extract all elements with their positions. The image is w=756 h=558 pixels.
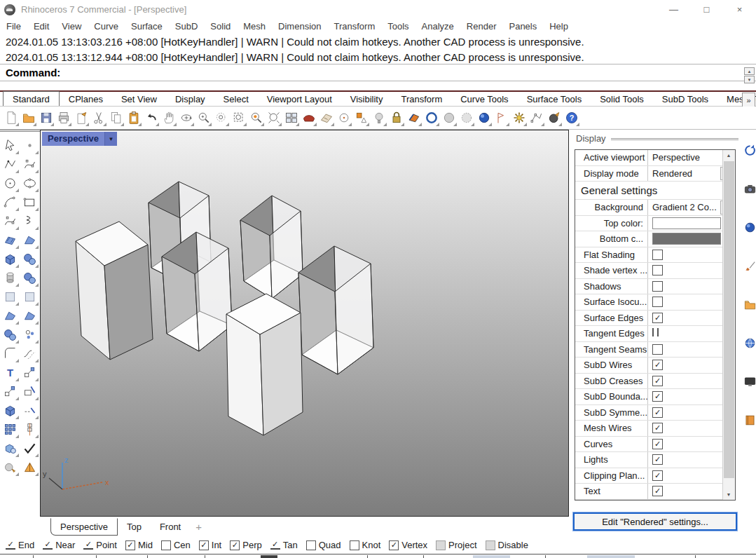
sidebar-tool-linear-array-icon[interactable] (21, 421, 39, 438)
viewport-title[interactable]: Perspective (42, 132, 104, 146)
sidebar-tool-circle-icon[interactable] (1, 175, 19, 192)
menu-help[interactable]: Help (543, 20, 575, 33)
sidebar-tool-solid-union-icon[interactable] (21, 269, 39, 287)
sidebar-tool-select-cursor-icon[interactable] (1, 137, 19, 154)
flag-tool-icon[interactable] (493, 109, 510, 127)
checkbox-shade-vertex-[interactable] (652, 265, 663, 275)
osnap-disable[interactable]: Disable (486, 540, 528, 550)
osnap-mid-checkbox[interactable]: ✓ (125, 540, 135, 550)
toolbar-tab-select[interactable]: Select (214, 92, 258, 106)
toolbar-tab-set-view[interactable]: Set View (112, 92, 166, 106)
panel-tab-snapshot-camera-icon[interactable] (743, 182, 756, 196)
sidebar-tool-fillet-edge-icon[interactable] (1, 307, 19, 325)
open-file-icon[interactable] (20, 109, 37, 127)
checkbox-flat-shading[interactable] (652, 250, 663, 260)
checkbox-lights[interactable]: ✓ (652, 454, 663, 465)
help-icon[interactable]: ? (563, 109, 580, 127)
viewport-tab-front[interactable]: Front (151, 519, 190, 535)
checkbox-indeterminate[interactable] (652, 328, 659, 339)
edit-rendered-settings-button[interactable]: Edit "Rendered" settings... (573, 512, 737, 531)
pan-icon[interactable] (160, 109, 177, 127)
checkbox-clipping-plan-[interactable]: ✓ (652, 470, 663, 481)
menu-curve[interactable]: Curve (88, 20, 125, 33)
checkbox-subd-wires[interactable]: ✓ (652, 360, 663, 370)
tab-overflow-button[interactable]: » (742, 93, 755, 107)
paste-icon[interactable] (125, 109, 142, 127)
command-prompt[interactable]: Command: (0, 65, 756, 81)
toolbar-tab-surface-tools[interactable]: Surface Tools (518, 92, 591, 106)
named-view-icon[interactable] (300, 109, 317, 127)
toolbar-tab-solid-tools[interactable]: Solid Tools (591, 92, 653, 106)
osnap-perp[interactable]: ✓Perp (230, 540, 261, 550)
osnap-point-checkbox[interactable]: ✓ (83, 540, 93, 550)
command-scroll-up-button[interactable]: ▲ (744, 67, 755, 75)
osnap-tan[interactable]: ✓Tan (270, 540, 298, 550)
osnap-int-checkbox[interactable]: ✓ (199, 540, 209, 550)
sidebar-tool-blend-surface-icon[interactable] (1, 326, 19, 343)
sidebar-tool-fillet-curve-icon[interactable] (1, 345, 19, 362)
save-icon[interactable] (37, 109, 55, 127)
checkbox-subd-symme-[interactable]: ✓ (652, 407, 663, 418)
osnap-cen[interactable]: Cen (161, 540, 191, 550)
checkbox-surface-edges[interactable]: ✓ (652, 313, 663, 323)
sidebar-tool-cylinder-icon[interactable] (1, 269, 19, 287)
drafting-aids-icon[interactable] (317, 109, 335, 127)
checkbox-curves[interactable]: ✓ (652, 439, 663, 449)
circle-center-icon[interactable] (335, 109, 352, 127)
menu-view[interactable]: View (55, 20, 88, 33)
copy-page-icon[interactable] (72, 109, 90, 127)
zoom-dynamic-icon[interactable] (212, 109, 230, 127)
close-button[interactable]: × (723, 0, 756, 19)
wireframe-display-icon[interactable] (405, 109, 422, 127)
zoom-selected-icon[interactable] (247, 109, 265, 127)
osnap-vertex[interactable]: ✓Vertex (389, 540, 427, 550)
panel-tab-sync-arrow-icon[interactable] (743, 144, 756, 158)
scroll-down-icon[interactable]: ▼ (723, 489, 734, 500)
panel-tab-monitor-icon[interactable] (743, 375, 756, 389)
color-swatch[interactable] (652, 233, 721, 245)
toolbar-tab-subd-tools[interactable]: SubD Tools (653, 92, 717, 106)
sidebar-tool-pyramid-icon[interactable] (21, 458, 39, 476)
checkbox-text[interactable]: ✓ (652, 486, 663, 496)
lock-icon[interactable] (387, 109, 405, 127)
viewport-tab-perspective[interactable]: Perspective (50, 518, 118, 536)
zoom-in-icon[interactable] (195, 109, 212, 127)
sidebar-tool-material-icon[interactable] (1, 458, 19, 476)
sidebar-tool-move-icon[interactable] (21, 364, 39, 381)
menu-render[interactable]: Render (460, 20, 503, 33)
color-swatch[interactable] (652, 217, 721, 229)
menu-surface[interactable]: Surface (125, 20, 169, 33)
sidebar-tool-point-cloud-icon[interactable] (21, 326, 39, 343)
toolbar-tab-display[interactable]: Display (166, 92, 214, 106)
print-icon[interactable] (55, 109, 72, 127)
sidebar-tool-array-icon[interactable] (1, 421, 19, 438)
sidebar-tool-rectangle-icon[interactable] (21, 193, 39, 211)
four-viewports-icon[interactable] (282, 109, 300, 127)
lightbulb-icon[interactable] (370, 109, 387, 127)
sidebar-tool-blend-curve-icon[interactable] (21, 345, 39, 362)
rotate-view-icon[interactable] (177, 109, 195, 127)
shaded-display-icon[interactable] (422, 109, 440, 127)
copy-icon[interactable] (107, 109, 125, 127)
scroll-up-icon[interactable]: ▲ (723, 150, 734, 161)
sidebar-tool-explode-icon[interactable] (21, 288, 39, 306)
panel-tab-paintbrush-icon[interactable] (743, 259, 756, 273)
undo-icon[interactable] (142, 109, 160, 127)
viewport-menu-caret-icon[interactable]: ▼ (104, 132, 117, 146)
osnap-tan-checkbox[interactable]: ✓ (270, 540, 280, 550)
viewport-title-bar[interactable]: Perspective ▼ (42, 132, 117, 146)
toolbar-tab-transform[interactable]: Transform (392, 92, 451, 106)
sidebar-tool-text-icon[interactable]: T (1, 364, 19, 381)
perspective-viewport[interactable]: zxy Perspective ▼ (40, 130, 569, 517)
osnap-knot-checkbox[interactable] (350, 540, 359, 550)
polyline-tool-icon[interactable] (528, 109, 545, 127)
sidebar-tool-chamfer-edge-icon[interactable] (21, 307, 39, 325)
sidebar-tool-hide-icon[interactable] (21, 402, 39, 419)
annotate-icon[interactable] (352, 109, 370, 127)
menu-analyze[interactable]: Analyze (415, 20, 460, 33)
toolbar-tab-viewport-layout[interactable]: Viewport Layout (258, 92, 341, 106)
sidebar-tool-box-icon[interactable] (1, 250, 19, 268)
options-gear-icon[interactable] (510, 109, 528, 127)
checkbox-surface-isocu-[interactable] (652, 297, 663, 307)
osnap-end[interactable]: ✓End (6, 540, 34, 550)
